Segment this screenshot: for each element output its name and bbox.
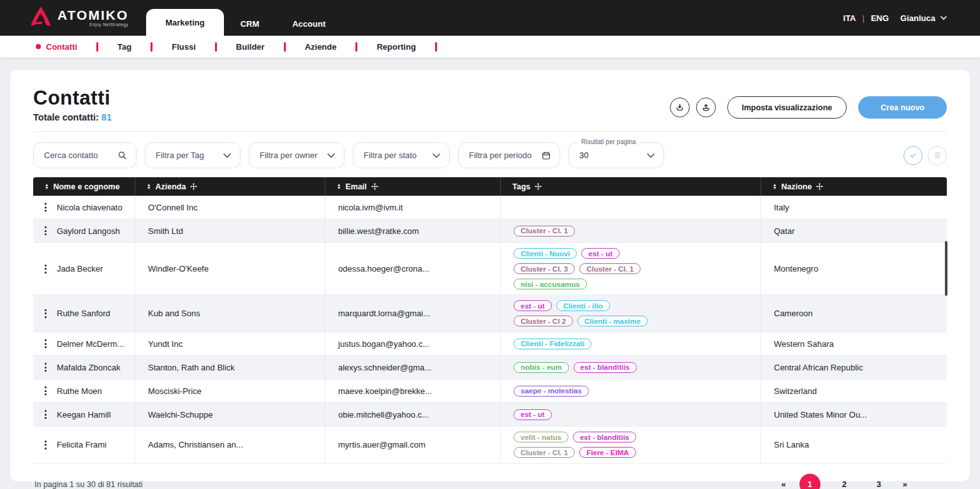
contact-name: Jada Becker xyxy=(57,264,103,274)
pagination-page-1[interactable]: 1 xyxy=(799,474,820,489)
subnav-item-tag[interactable]: Tag xyxy=(98,42,151,52)
download-button[interactable] xyxy=(670,98,690,117)
cell-email: alexys.schneider@gma... xyxy=(325,356,501,379)
brand-logo[interactable]: ATOMIKO Enjoy NetStrategy xyxy=(29,0,128,36)
cell-country: Western Sahara xyxy=(761,332,947,355)
move-column-icon[interactable] xyxy=(190,183,197,190)
upload-icon xyxy=(701,103,711,112)
subnav-item-label: Contatti xyxy=(46,42,77,52)
row-menu-kebab-icon[interactable] xyxy=(43,263,48,275)
filter-stato-dropdown[interactable]: Filtra per stato xyxy=(353,142,450,168)
subnav-separator xyxy=(435,42,437,52)
filter-owner-dropdown[interactable]: Filtra per owner xyxy=(249,142,345,168)
search-input[interactable] xyxy=(44,150,114,160)
column-header-tags[interactable]: Tags xyxy=(501,177,761,196)
tag-pill[interactable]: Clienti - Nuovi xyxy=(514,248,577,259)
topnav-tab-crm[interactable]: CRM xyxy=(224,11,276,36)
sort-icon[interactable]: ▲▼ xyxy=(773,184,776,189)
tag-pill[interactable]: Cluster - Cl. 1 xyxy=(579,263,641,274)
table-row[interactable]: Delmer McDerm...Yundt Incjustus.bogan@ya… xyxy=(33,332,947,356)
results-per-page-value: 30 xyxy=(579,150,588,160)
subnav-item-label: Flussi xyxy=(172,42,196,52)
cell-country: Central African Republic xyxy=(761,356,947,379)
total-contacts-value: 81 xyxy=(101,112,112,122)
tag-pill[interactable]: est - blanditiis xyxy=(574,362,637,373)
subnav-item-contatti[interactable]: Contatti xyxy=(29,42,96,52)
row-menu-kebab-icon[interactable] xyxy=(43,385,48,397)
row-menu-kebab-icon[interactable] xyxy=(43,338,48,349)
sort-icon[interactable]: ▲▼ xyxy=(147,184,151,189)
tag-pill[interactable]: saepe - molestias xyxy=(514,386,589,397)
sort-icon[interactable]: ▲▼ xyxy=(337,184,341,189)
tag-pill[interactable]: Cluster - Cl. 3 xyxy=(514,263,575,274)
tag-pill[interactable]: est - ut xyxy=(514,300,552,311)
tag-pill[interactable]: nisi - accusamus xyxy=(514,279,587,289)
chevron-down-icon xyxy=(940,16,947,20)
row-menu-kebab-icon[interactable] xyxy=(43,439,48,451)
imposta-visualizzazione-button[interactable]: Imposta visualizzazione xyxy=(727,96,847,119)
sort-icon[interactable]: ▲▼ xyxy=(45,184,48,189)
table-row[interactable]: Ruthe SanfordKub and Sonsmarquardt.lorna… xyxy=(33,295,947,332)
filter-periodo-datepicker[interactable]: Filtra per periodo xyxy=(458,142,560,168)
upload-button[interactable] xyxy=(696,98,716,117)
row-menu-kebab-icon[interactable] xyxy=(43,308,48,319)
filter-tag-dropdown[interactable]: Filtra per Tag xyxy=(145,142,241,168)
cell-name: Ruthe Sanford xyxy=(33,295,135,332)
cell-company: Yundt Inc xyxy=(135,332,325,355)
pagination: « 123 » xyxy=(782,474,907,489)
tag-pill[interactable]: Fiere - EIMA xyxy=(579,447,635,458)
tag-pill[interactable]: Cluster - Cl 2 xyxy=(514,316,573,326)
clear-filters-button[interactable] xyxy=(928,146,947,165)
pagination-page-2[interactable]: 2 xyxy=(834,474,855,489)
table-row[interactable]: Gaylord LangoshSmith Ltdbillie.west@ratk… xyxy=(33,219,947,243)
pagination-prev-icon[interactable]: « xyxy=(782,479,786,489)
cell-country: Italy xyxy=(761,196,947,219)
table-row[interactable]: Felicita FramiAdams, Christiansen an...m… xyxy=(33,427,947,463)
tag-pill[interactable]: Cluster - Cl. 1 xyxy=(514,447,575,458)
row-menu-kebab-icon[interactable] xyxy=(43,409,48,420)
column-header-nome[interactable]: ▲▼ Nome e cognome xyxy=(33,177,135,196)
search-contact-field[interactable] xyxy=(33,142,137,168)
column-header-email[interactable]: ▲▼ Email xyxy=(325,177,501,196)
tag-pill[interactable]: Cluster - Cl. 1 xyxy=(514,226,575,237)
tag-pill[interactable]: velit - natus xyxy=(514,432,568,442)
move-column-icon[interactable] xyxy=(535,183,542,190)
tag-pill[interactable]: nobis - eum xyxy=(514,362,569,373)
table-row[interactable]: Mafalda ZboncakStanton, Rath and Blickal… xyxy=(33,356,947,379)
tag-pill[interactable]: Clienti - Fidelizzati xyxy=(514,339,591,349)
brand-tagline: Enjoy NetStrategy xyxy=(89,23,128,27)
cell-tags: est - utClienti - illoCluster - Cl 2Clie… xyxy=(501,295,761,332)
tag-pill[interactable]: est - ut xyxy=(581,248,620,259)
results-per-page-dropdown[interactable]: Risultati per pagina 30 xyxy=(568,142,664,168)
confirm-filters-button[interactable] xyxy=(903,146,923,165)
subnav-item-aziende[interactable]: Aziende xyxy=(286,42,356,52)
row-menu-kebab-icon[interactable] xyxy=(43,361,48,373)
topnav-tab-marketing[interactable]: Marketing xyxy=(146,9,223,36)
table-row[interactable]: Jada BeckerWindler-O'Keefeodessa.hoeger@… xyxy=(33,243,947,295)
table-row[interactable]: Keegan HamillWaelchi-Schuppeobie.mitchel… xyxy=(33,403,947,427)
row-menu-kebab-icon[interactable] xyxy=(43,225,48,237)
subnav-item-flussi[interactable]: Flussi xyxy=(152,42,215,52)
table-scrollbar[interactable] xyxy=(945,241,947,296)
crea-nuovo-button[interactable]: Crea nuovo xyxy=(858,96,947,119)
user-menu[interactable]: Gianluca xyxy=(900,13,947,23)
lang-eng[interactable]: ENG xyxy=(871,13,889,23)
tag-pill[interactable]: Clienti - maxime xyxy=(577,316,648,326)
topnav-tab-account[interactable]: Account xyxy=(276,11,342,36)
move-column-icon[interactable] xyxy=(371,183,378,190)
chevron-down-icon xyxy=(433,153,440,158)
subnav-item-builder[interactable]: Builder xyxy=(217,42,284,52)
tag-pill[interactable]: est - ut xyxy=(514,409,552,420)
column-header-nazione[interactable]: ▲▼ Nazione xyxy=(761,177,947,196)
table-row[interactable]: Ruthe MoenMosciski-Pricemaeve.koelpin@br… xyxy=(33,379,947,403)
subnav-item-reporting[interactable]: Reporting xyxy=(357,42,434,52)
move-column-icon[interactable] xyxy=(816,183,823,190)
column-header-azienda[interactable]: ▲▼ Azienda xyxy=(135,177,325,196)
table-row[interactable]: Nicola chiavenatoO'Connell Incnicola.ivm… xyxy=(33,196,947,219)
pagination-page-3[interactable]: 3 xyxy=(868,474,889,489)
pagination-next-icon[interactable]: » xyxy=(903,479,907,489)
tag-pill[interactable]: Clienti - illo xyxy=(556,300,610,311)
tag-pill[interactable]: est - blanditiis xyxy=(573,432,636,442)
row-menu-kebab-icon[interactable] xyxy=(43,201,48,213)
lang-ita[interactable]: ITA xyxy=(843,13,856,23)
